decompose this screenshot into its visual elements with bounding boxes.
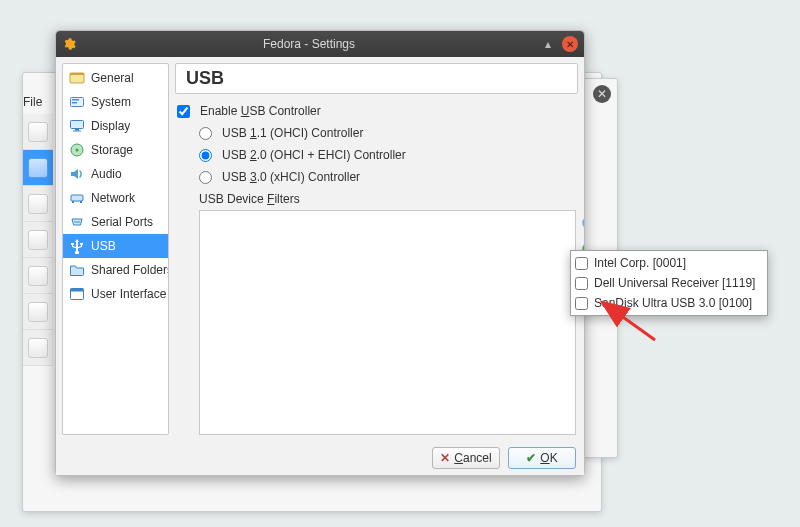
svg-point-18 bbox=[583, 217, 584, 228]
background-vm-item-selected bbox=[23, 150, 53, 186]
background-vm-item bbox=[23, 258, 53, 294]
content-panel: USB Enable USB Controller USB 1.1 (OHCI)… bbox=[175, 63, 578, 435]
background-toolbar-item bbox=[23, 114, 53, 150]
sidebar-item-label: Serial Ports bbox=[91, 215, 153, 229]
sidebar-item-label: Audio bbox=[91, 167, 122, 181]
audio-icon bbox=[69, 166, 85, 182]
sidebar-item-network[interactable]: Network bbox=[63, 186, 168, 210]
usb-filters-list[interactable] bbox=[199, 210, 576, 435]
popup-checkbox[interactable] bbox=[575, 297, 588, 310]
usb-2-0-radio[interactable]: USB 2.0 (OHCI + EHCI) Controller bbox=[199, 144, 576, 166]
svg-point-9 bbox=[76, 149, 79, 152]
svg-point-13 bbox=[74, 221, 76, 223]
background-vm-item bbox=[23, 330, 53, 366]
sidebar-item-label: General bbox=[91, 71, 134, 85]
sidebar-item-serial-ports[interactable]: Serial Ports bbox=[63, 210, 168, 234]
shade-button[interactable]: ▴ bbox=[540, 36, 556, 52]
serial-icon bbox=[69, 214, 85, 230]
usb-1-1-radio[interactable]: USB 1.1 (OHCI) Controller bbox=[199, 122, 576, 144]
sidebar-item-usb[interactable]: USB bbox=[63, 234, 168, 258]
filters-legend: USB Device Filters bbox=[199, 192, 576, 206]
sidebar-item-display[interactable]: Display bbox=[63, 114, 168, 138]
svg-point-15 bbox=[78, 221, 80, 223]
sidebar-item-label: Network bbox=[91, 191, 135, 205]
radio-label: USB 1.1 (OHCI) Controller bbox=[222, 126, 363, 140]
sidebar-item-general[interactable]: General bbox=[63, 66, 168, 90]
add-empty-filter-button[interactable] bbox=[581, 213, 584, 233]
page-title: USB bbox=[186, 68, 567, 89]
window-title: Fedora - Settings bbox=[84, 37, 534, 51]
svg-rect-6 bbox=[75, 129, 79, 131]
dialog-button-bar: ✕ Cancel ✔ OK bbox=[56, 441, 584, 475]
popup-item-label: Dell Universal Receiver [1119] bbox=[594, 276, 755, 290]
gear-icon bbox=[62, 37, 76, 51]
usb-1-1-input[interactable] bbox=[199, 127, 212, 140]
popup-item[interactable]: SanDisk Ultra USB 3.0 [0100] bbox=[575, 293, 763, 313]
popup-checkbox[interactable] bbox=[575, 277, 588, 290]
cancel-label: Cancel bbox=[454, 451, 491, 465]
popup-checkbox[interactable] bbox=[575, 257, 588, 270]
popup-item-label: Intel Corp. [0001] bbox=[594, 256, 686, 270]
usb-2-0-input[interactable] bbox=[199, 149, 212, 162]
svg-rect-4 bbox=[72, 102, 77, 104]
enable-usb-input[interactable] bbox=[177, 105, 190, 118]
usb-version-radio-group: USB 1.1 (OHCI) Controller USB 2.0 (OHCI … bbox=[199, 122, 576, 188]
sidebar-item-audio[interactable]: Audio bbox=[63, 162, 168, 186]
radio-label: USB 2.0 (OHCI + EHCI) Controller bbox=[222, 148, 406, 162]
ok-icon: ✔ bbox=[526, 451, 536, 465]
svg-point-14 bbox=[76, 221, 78, 223]
popup-item-label: SanDisk Ultra USB 3.0 [0100] bbox=[594, 296, 752, 310]
sidebar-item-user-interface[interactable]: User Interface bbox=[63, 282, 168, 306]
close-button[interactable]: ✕ bbox=[562, 36, 578, 52]
move-filter-down-button[interactable] bbox=[581, 343, 584, 363]
sidebar-item-label: Storage bbox=[91, 143, 133, 157]
display-icon bbox=[69, 118, 85, 134]
background-vm-item bbox=[23, 186, 53, 222]
usb-3-0-radio[interactable]: USB 3.0 (xHCI) Controller bbox=[199, 166, 576, 188]
system-icon bbox=[69, 94, 85, 110]
svg-rect-3 bbox=[72, 99, 79, 101]
sidebar-item-storage[interactable]: Storage bbox=[63, 138, 168, 162]
sidebar-item-label: User Interface bbox=[91, 287, 166, 301]
background-vm-item bbox=[23, 222, 53, 258]
settings-dialog: Fedora - Settings ▴ ✕ General System Dis… bbox=[55, 30, 585, 476]
sidebar-item-label: USB bbox=[91, 239, 116, 253]
content-header: USB bbox=[175, 63, 578, 94]
folder-icon bbox=[69, 262, 85, 278]
enable-usb-checkbox[interactable]: Enable USB Controller bbox=[177, 100, 576, 122]
svg-rect-17 bbox=[71, 289, 84, 292]
svg-rect-5 bbox=[71, 121, 84, 129]
background-close-icon: ✕ bbox=[593, 85, 611, 103]
sidebar-item-label: Shared Folders bbox=[91, 263, 169, 277]
background-vm-item bbox=[23, 294, 53, 330]
usb-3-0-input[interactable] bbox=[199, 171, 212, 184]
ok-button[interactable]: ✔ OK bbox=[508, 447, 576, 469]
usb-icon bbox=[69, 238, 85, 254]
storage-icon bbox=[69, 142, 85, 158]
background-file-menu: File bbox=[23, 95, 53, 109]
sidebar-item-system[interactable]: System bbox=[63, 90, 168, 114]
usb-device-popup[interactable]: Intel Corp. [0001] Dell Universal Receiv… bbox=[570, 250, 768, 316]
network-icon bbox=[69, 190, 85, 206]
general-icon bbox=[69, 70, 85, 86]
titlebar[interactable]: Fedora - Settings ▴ ✕ bbox=[56, 31, 584, 57]
sidebar-item-label: Display bbox=[91, 119, 130, 133]
sidebar-item-label: System bbox=[91, 95, 131, 109]
cancel-icon: ✕ bbox=[440, 451, 450, 465]
enable-usb-label: Enable USB Controller bbox=[200, 104, 321, 118]
popup-item[interactable]: Dell Universal Receiver [1119] bbox=[575, 273, 763, 293]
popup-item[interactable]: Intel Corp. [0001] bbox=[575, 253, 763, 273]
settings-sidebar: General System Display Storage Audio Net… bbox=[62, 63, 169, 435]
ui-icon bbox=[69, 286, 85, 302]
svg-rect-1 bbox=[70, 73, 84, 75]
sidebar-item-shared-folders[interactable]: Shared Folders bbox=[63, 258, 168, 282]
svg-rect-12 bbox=[80, 201, 82, 203]
ok-label: OK bbox=[540, 451, 557, 465]
svg-rect-10 bbox=[71, 195, 83, 201]
svg-rect-11 bbox=[72, 201, 74, 203]
move-filter-up-button[interactable] bbox=[581, 317, 584, 337]
svg-rect-7 bbox=[73, 131, 81, 132]
radio-label: USB 3.0 (xHCI) Controller bbox=[222, 170, 360, 184]
cancel-button[interactable]: ✕ Cancel bbox=[432, 447, 500, 469]
